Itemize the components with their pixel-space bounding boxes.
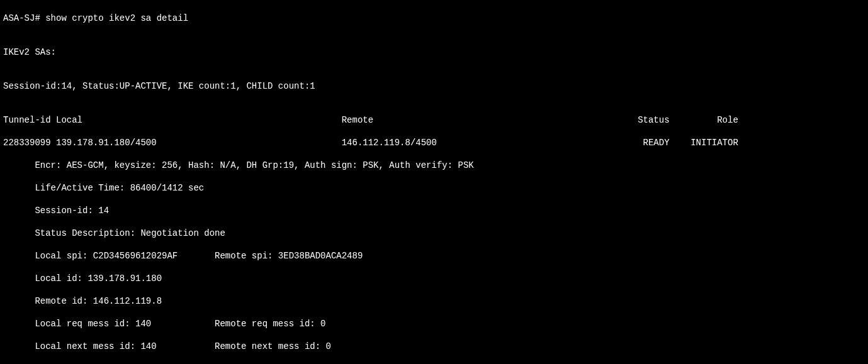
life-line: Life/Active Time: 86400/1412 sec bbox=[3, 182, 865, 194]
typed-command: show crypto ikev2 sa detail bbox=[45, 13, 188, 23]
encr-line: Encr: AES-GCM, keysize: 256, Hash: N/A, … bbox=[3, 160, 865, 171]
terminal-output[interactable]: ASA-SJ# show crypto ikev2 sa detail IKEv… bbox=[0, 0, 868, 364]
remote-id-line: Remote id: 146.112.119.8 bbox=[3, 295, 865, 307]
session-id-line: Session-id: 14 bbox=[3, 205, 865, 216]
shell-prompt: ASA-SJ# bbox=[3, 13, 45, 23]
tunnel-row: 228339099 139.178.91.180/4500 146.112.11… bbox=[3, 137, 865, 148]
session-summary: Session-id:14, Status:UP-ACTIVE, IKE cou… bbox=[3, 80, 865, 92]
local-id-line: Local id: 139.178.91.180 bbox=[3, 273, 865, 284]
prompt-line: ASA-SJ# show crypto ikev2 sa detail bbox=[3, 13, 865, 24]
spi-line: Local spi: C2D34569612029AF Remote spi: … bbox=[3, 250, 865, 262]
next-mess-line: Local next mess id: 140 Remote next mess… bbox=[3, 341, 865, 352]
column-headers: Tunnel-id Local Remote Status Role bbox=[3, 114, 865, 126]
sa-header: IKEv2 SAs: bbox=[3, 47, 865, 58]
status-desc-line: Status Description: Negotiation done bbox=[3, 228, 865, 239]
req-mess-line: Local req mess id: 140 Remote req mess i… bbox=[3, 318, 865, 329]
